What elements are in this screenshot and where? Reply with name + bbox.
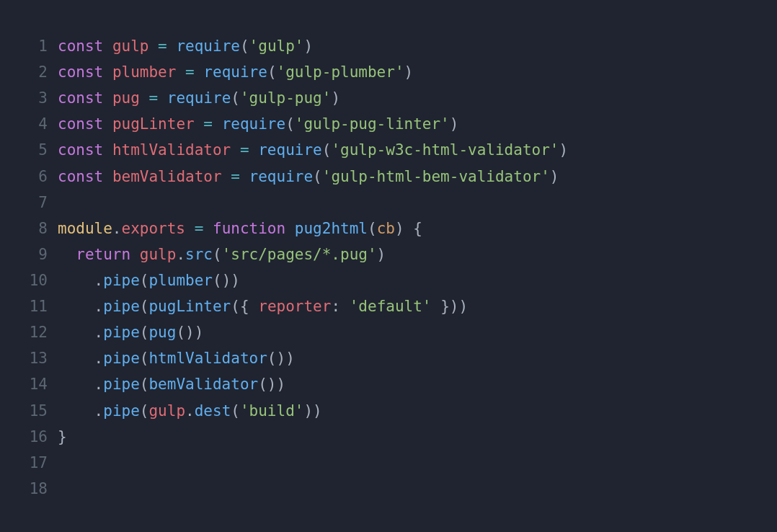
code-line: 6const bemValidator = require('gulp-html… [0,164,777,190]
code-line: 11 .pipe(pugLinter({ reporter: 'default'… [0,293,777,319]
line-content: const pug = require('gulp-pug') [58,85,777,111]
code-line: 2const plumber = require('gulp-plumber') [0,59,777,85]
line-content: const bemValidator = require('gulp-html-… [58,164,777,190]
line-number: 9 [0,241,58,267]
code-line: 3const pug = require('gulp-pug') [0,85,777,111]
line-content: const pugLinter = require('gulp-pug-lint… [58,111,777,137]
line-content: return gulp.src('src/pages/*.pug') [58,241,777,267]
line-content: const htmlValidator = require('gulp-w3c-… [58,137,777,163]
code-editor: 1const gulp = require('gulp')2const plum… [0,33,777,502]
code-line: 15 .pipe(gulp.dest('build')) [0,398,777,424]
line-number: 6 [0,164,58,190]
line-content: .pipe(plumber()) [58,267,777,293]
code-line: 5const htmlValidator = require('gulp-w3c… [0,137,777,163]
code-line: 4const pugLinter = require('gulp-pug-lin… [0,111,777,137]
code-line: 8module.exports = function pug2html(cb) … [0,216,777,241]
code-line: 7 [0,190,777,216]
line-content: const plumber = require('gulp-plumber') [58,59,777,85]
code-line: 12 .pipe(pug()) [0,319,777,345]
code-line: 13 .pipe(htmlValidator()) [0,345,777,371]
code-line: 14 .pipe(bemValidator()) [0,371,777,397]
line-number: 16 [0,424,58,450]
line-number: 5 [0,137,58,163]
line-content [58,450,777,476]
line-number: 2 [0,59,58,85]
line-number: 7 [0,190,58,216]
line-number: 12 [0,319,58,345]
line-number: 1 [0,33,58,59]
code-line: 1const gulp = require('gulp') [0,33,777,59]
line-number: 8 [0,216,58,241]
line-content: .pipe(pugLinter({ reporter: 'default' })… [58,293,777,319]
code-line: 18 [0,476,777,502]
line-number: 18 [0,476,58,502]
line-number: 15 [0,398,58,424]
line-number: 11 [0,293,58,319]
line-number: 17 [0,450,58,476]
code-line: 10 .pipe(plumber()) [0,267,777,293]
line-content: .pipe(htmlValidator()) [58,345,777,371]
code-line: 16} [0,424,777,450]
line-content: .pipe(bemValidator()) [58,371,777,397]
line-number: 13 [0,345,58,371]
code-line: 9 return gulp.src('src/pages/*.pug') [0,241,777,267]
line-number: 4 [0,111,58,137]
line-number: 3 [0,85,58,111]
line-content [58,190,777,216]
line-content: .pipe(gulp.dest('build')) [58,398,777,424]
code-line: 17 [0,450,777,476]
line-content: module.exports = function pug2html(cb) { [58,216,777,241]
line-content: .pipe(pug()) [58,319,777,345]
line-number: 14 [0,371,58,397]
line-content: const gulp = require('gulp') [58,33,777,59]
line-number: 10 [0,267,58,293]
line-content: } [58,424,777,450]
line-content [58,476,777,502]
